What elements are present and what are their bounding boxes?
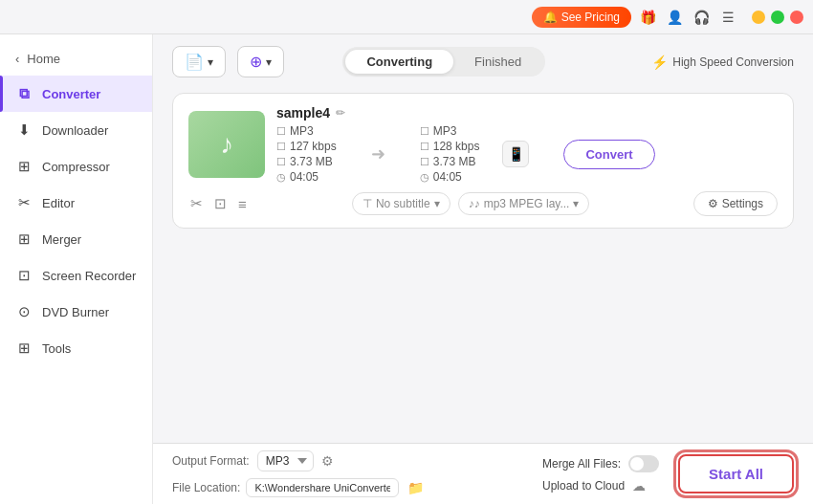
out-size-icon: ☐ bbox=[420, 156, 429, 168]
input-bitrate-row: ☐ 127 kbps bbox=[276, 140, 337, 153]
menu-icon[interactable]: ☰ bbox=[717, 7, 738, 28]
gift-icon[interactable]: 🎁 bbox=[637, 7, 658, 28]
sidebar-label-converter: Converter bbox=[42, 87, 100, 101]
cut-icon[interactable]: ✂ bbox=[188, 193, 205, 214]
app-body: ‹ Home ⧉ Converter ⬇ Downloader ⊞ Compre… bbox=[0, 34, 813, 504]
input-size: 3.73 MB bbox=[290, 155, 333, 168]
output-bitrate: 128 kbps bbox=[433, 140, 480, 153]
merge-all-row: Merge All Files: bbox=[542, 455, 659, 472]
bottom-middle: Merge All Files: Upload to Cloud ☁ bbox=[542, 455, 659, 493]
upload-cloud-icon[interactable]: ☁ bbox=[632, 478, 646, 493]
file-name: sample4 bbox=[276, 105, 330, 121]
dvd-burner-icon: ⊙ bbox=[15, 303, 33, 320]
output-bitrate-row: ☐ 128 kbps bbox=[420, 140, 480, 153]
output-format-label: Output Format: bbox=[172, 454, 250, 468]
sidebar-label-screen-recorder: Screen Recorder bbox=[42, 269, 136, 283]
file-location-input[interactable] bbox=[246, 478, 399, 497]
gift-icon: 🔔 bbox=[543, 11, 558, 24]
input-format-row: ☐ MP3 bbox=[276, 124, 337, 138]
subtitle-dropdown[interactable]: ⊤ No subtitle ▾ bbox=[352, 192, 450, 215]
file-name-row: sample4 ✏ bbox=[276, 105, 778, 121]
lightning-icon: ⚡ bbox=[651, 55, 668, 70]
start-all-button[interactable]: Start All bbox=[678, 454, 794, 493]
output-duration: 04:05 bbox=[433, 170, 462, 184]
merge-all-label: Merge All Files: bbox=[542, 457, 621, 471]
user-icon[interactable]: 👤 bbox=[664, 7, 685, 28]
input-meta: ☐ MP3 ☐ 127 kbps ☐ 3.73 MB bbox=[276, 124, 337, 184]
input-size-row: ☐ 3.73 MB bbox=[276, 155, 337, 168]
see-pricing-button[interactable]: 🔔 See Pricing bbox=[532, 7, 631, 28]
convert-button[interactable]: Convert bbox=[563, 140, 654, 169]
close-button[interactable]: ✕ bbox=[790, 11, 803, 24]
sidebar-home[interactable]: ‹ Home bbox=[0, 42, 152, 76]
device-icon[interactable]: 📱 bbox=[502, 141, 529, 167]
out-format-icon: ☐ bbox=[420, 125, 429, 138]
window-controls: — □ ✕ bbox=[752, 11, 803, 24]
audio-placeholder: mp3 MPEG lay... bbox=[484, 197, 570, 210]
sidebar-item-editor[interactable]: ✂ Editor bbox=[0, 185, 152, 221]
output-format-row: Output Format: MP3 MP4 AAC ⚙ bbox=[172, 450, 523, 471]
file-card: ♪ sample4 ✏ ☐ MP3 bbox=[172, 93, 794, 229]
output-format-select[interactable]: MP3 MP4 AAC bbox=[257, 450, 314, 471]
input-format: MP3 bbox=[290, 124, 314, 138]
file-thumbnail: ♪ bbox=[188, 111, 265, 178]
sidebar-label-merger: Merger bbox=[42, 232, 81, 247]
settings-button[interactable]: ⚙ Settings bbox=[693, 191, 778, 216]
add-url-chevron: ▾ bbox=[266, 55, 272, 69]
home-label: Home bbox=[27, 52, 60, 66]
sidebar-item-downloader[interactable]: ⬇ Downloader bbox=[0, 112, 152, 148]
settings-label: Settings bbox=[722, 197, 763, 210]
output-format: MP3 bbox=[433, 124, 457, 138]
size-icon: ☐ bbox=[276, 156, 286, 168]
headset-icon[interactable]: 🎧 bbox=[691, 7, 712, 28]
settings-gear-icon: ⚙ bbox=[708, 197, 718, 210]
file-location-label: File Location: bbox=[172, 481, 240, 494]
maximize-button[interactable]: □ bbox=[771, 11, 784, 24]
editor-icon: ✂ bbox=[15, 194, 33, 211]
output-size: 3.73 MB bbox=[433, 155, 476, 168]
tab-group: Converting Finished bbox=[342, 47, 545, 77]
out-duration-icon: ◷ bbox=[420, 171, 429, 184]
sidebar-label-compressor: Compressor bbox=[42, 160, 110, 174]
add-url-icon: ⊕ bbox=[250, 53, 262, 71]
toolbar: 📄 ▾ ⊕ ▾ Converting Finished ⚡ High Speed… bbox=[153, 34, 813, 85]
minimize-button[interactable]: — bbox=[752, 11, 765, 24]
upload-cloud-row: Upload to Cloud ☁ bbox=[542, 478, 659, 493]
file-info: sample4 ✏ ☐ MP3 ☐ 127 kbps bbox=[276, 105, 778, 184]
subtitle-icon: ⊤ bbox=[363, 197, 372, 210]
sidebar-item-dvd-burner[interactable]: ⊙ DVD Burner bbox=[0, 294, 152, 330]
sidebar-label-tools: Tools bbox=[42, 341, 71, 356]
add-file-icon: 📄 bbox=[185, 53, 204, 71]
sidebar-item-screen-recorder[interactable]: ⊡ Screen Recorder bbox=[0, 257, 152, 294]
upload-cloud-label: Upload to Cloud bbox=[542, 479, 625, 493]
high-speed-info: ⚡ High Speed Conversion bbox=[651, 55, 794, 70]
effect-icon[interactable]: ≡ bbox=[236, 194, 249, 214]
sidebar-item-compressor[interactable]: ⊞ Compressor bbox=[0, 148, 152, 185]
main-content: 📄 ▾ ⊕ ▾ Converting Finished ⚡ High Speed… bbox=[153, 34, 813, 504]
file-actions: ✂ ⊡ ≡ ⊤ No subtitle ▾ ♪♪ mp3 MPEG lay...… bbox=[188, 191, 778, 216]
output-format-settings-icon[interactable]: ⚙ bbox=[321, 453, 334, 469]
arrow-icon: ➜ bbox=[360, 143, 397, 164]
output-format-row: ☐ MP3 bbox=[420, 124, 480, 138]
add-url-button[interactable]: ⊕ ▾ bbox=[237, 46, 284, 77]
sidebar-item-merger[interactable]: ⊞ Merger bbox=[0, 221, 152, 257]
audio-dropdown[interactable]: ♪♪ mp3 MPEG lay... ▾ bbox=[458, 192, 590, 215]
add-files-button[interactable]: 📄 ▾ bbox=[172, 46, 226, 77]
bottom-bar: Output Format: MP3 MP4 AAC ⚙ File Locati… bbox=[153, 443, 813, 504]
sidebar-item-tools[interactable]: ⊞ Tools bbox=[0, 330, 152, 366]
pricing-label: See Pricing bbox=[561, 11, 620, 24]
bitrate-icon: ☐ bbox=[276, 141, 286, 153]
tab-finished[interactable]: Finished bbox=[453, 50, 542, 74]
file-location-row: File Location: 📁 bbox=[172, 477, 523, 498]
high-speed-label: High Speed Conversion bbox=[672, 55, 794, 69]
merge-all-toggle[interactable] bbox=[628, 455, 659, 472]
folder-browse-icon[interactable]: 📁 bbox=[405, 477, 426, 498]
edit-icon[interactable]: ✏ bbox=[336, 106, 345, 120]
bottom-left: Output Format: MP3 MP4 AAC ⚙ File Locati… bbox=[172, 450, 523, 498]
downloader-icon: ⬇ bbox=[15, 121, 33, 139]
crop-icon[interactable]: ⊡ bbox=[212, 193, 229, 214]
audio-chevron: ▾ bbox=[573, 197, 579, 210]
sidebar-item-converter[interactable]: ⧉ Converter bbox=[0, 76, 152, 112]
tab-converting[interactable]: Converting bbox=[345, 50, 453, 74]
duration-icon: ◷ bbox=[276, 171, 286, 184]
